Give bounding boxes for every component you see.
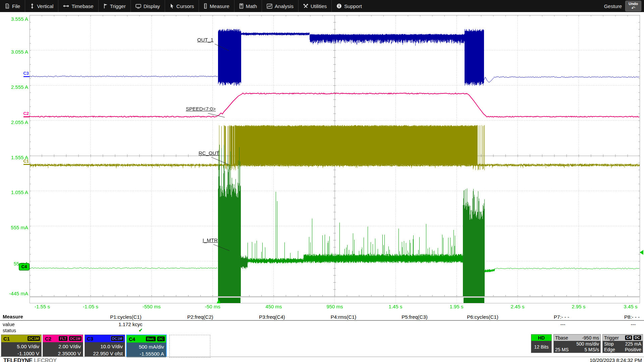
timestamp: 10/20/2023 8:24:32 PM — [590, 357, 642, 362]
timebase-settings: 500 ms/div 25 MS 5 MS/s — [554, 341, 600, 353]
cursor-pointer-icon — [170, 3, 174, 9]
x-axis-label: 450 ms — [265, 304, 282, 309]
menu-item-analysis[interactable]: Analysis — [262, 0, 298, 12]
hd-header: HD — [531, 335, 551, 341]
c1-label: C1 — [3, 336, 10, 342]
footer-divider — [0, 357, 644, 357]
logo-sub: LECROY — [34, 357, 57, 362]
c2-filter-badge: FLT — [58, 336, 67, 341]
c1-settings: 5.00 V/div -1.1000 V — [1, 342, 41, 357]
measure-header-rule — [0, 320, 644, 321]
trace-label-out1[interactable]: OUT_1 — [197, 37, 213, 43]
x-axis-label: -1.05 s — [83, 304, 98, 309]
menu-item-label: File — [12, 3, 20, 9]
c3-label: C3 — [87, 336, 93, 342]
menu-item-vertical[interactable]: Vertical — [25, 0, 58, 12]
c2-label: C2 — [45, 336, 51, 342]
channel-descriptor-c4-selected[interactable]: C4 BwL DC 500 mA/div -1.55500 A — [126, 335, 167, 357]
c1-coupling-badge: DC1M — [27, 336, 40, 341]
timebase-rate: 5 MS/s — [584, 347, 599, 353]
channel-marker-c1[interactable]: C1 — [19, 159, 29, 164]
x-axis-label: 950 ms — [326, 304, 343, 309]
menu-item-math[interactable]: Math — [234, 0, 262, 12]
menu-bar: File Vertical Timebase Trigger Display C… — [0, 0, 644, 12]
menu-item-trigger[interactable]: Trigger — [98, 0, 130, 12]
waveform-display[interactable] — [0, 0, 644, 312]
menu-item-label: Utilities — [311, 3, 327, 9]
channel-descriptor-c2[interactable]: C2 FLT DC1M 2.00 V/div 2.35000 V — [43, 335, 83, 357]
menu-item-support[interactable]: Support — [331, 0, 367, 12]
measure-col-p7[interactable]: P7:- - - — [554, 314, 569, 320]
teledyne-lecroy-logo: TELEDYNE LECROY — [3, 357, 57, 362]
undo-arrow-icon: ↶ — [631, 6, 635, 10]
menu-item-utilities[interactable]: Utilities — [298, 0, 331, 12]
c2-header: C2 FLT DC1M — [43, 335, 83, 342]
menu-item-cursors[interactable]: Cursors — [165, 0, 199, 12]
trigger-box[interactable]: Trigger C4 DC Stop 225 mA Edge Positive — [602, 334, 643, 353]
menu-item-measure[interactable]: Measure — [199, 0, 234, 12]
gesture-label: Gesture — [604, 0, 625, 12]
measure-col-p3[interactable]: P3:freq(C4) — [259, 314, 285, 320]
measure-value-p7: --- — [560, 321, 566, 327]
measure-col-p1[interactable]: P1:cycles(C1) — [110, 314, 141, 320]
menu-item-timebase[interactable]: Timebase — [58, 0, 98, 12]
timebase-box[interactable]: Tbase -950 ms 500 ms/div 25 MS 5 MS/s — [553, 334, 601, 353]
c4-settings: 500 mA/div -1.55500 A — [127, 343, 166, 357]
x-axis-label: -1.55 s — [35, 304, 50, 309]
c1-header: C1 DC1M — [1, 335, 41, 342]
menu-item-label: Vertical — [37, 3, 53, 9]
x-axis-label: 2.45 s — [511, 304, 525, 309]
measure-col-p4[interactable]: P4:rms(C1) — [331, 314, 357, 320]
trigger-mode: Stop — [604, 341, 614, 347]
trace-label-imtr[interactable]: I_MTR — [203, 237, 218, 243]
trace-label-speed[interactable]: SPEED<7:0> — [186, 106, 216, 112]
vertical-arrows-icon — [30, 3, 35, 9]
undo-button[interactable]: Undo ↶ — [625, 1, 641, 11]
c4-vdiv: 500 mA/div — [127, 343, 164, 350]
channel-marker-c3[interactable]: C3 — [19, 71, 29, 76]
trigger-header: Trigger C4 DC — [603, 335, 643, 341]
measure-col-p2[interactable]: P2:freq(C2) — [187, 314, 213, 320]
c4-offset: -1.55500 A — [127, 350, 164, 357]
c3-settings: 10.0 V/div 22.950 V ofst — [85, 342, 125, 357]
timebase-label: Tbase — [555, 335, 568, 341]
ruler-icon — [204, 3, 207, 9]
tools-icon — [303, 4, 308, 9]
y-axis-label: 3.055 A — [0, 49, 28, 55]
hd-mode-box[interactable]: HD 12 Bits — [531, 334, 552, 353]
hd-label: HD — [538, 335, 545, 341]
menu-item-label: Math — [246, 3, 257, 9]
channel-descriptor-c3[interactable]: C3 DC1M 10.0 V/div 22.950 V ofst — [85, 335, 125, 357]
empty-descriptor-slot[interactable] — [169, 335, 210, 358]
logo-brand: TELEDYNE — [3, 357, 33, 362]
trigger-type: Edge — [604, 347, 615, 353]
y-axis-label: 3.555 A — [0, 16, 28, 22]
c4-label: C4 — [129, 336, 135, 342]
channel-marker-c4-selected[interactable]: C4 — [19, 263, 30, 270]
menu-item-file[interactable]: File — [0, 0, 25, 12]
c4-header: C4 BwL DC — [127, 335, 166, 343]
c2-settings: 2.00 V/div 2.35000 V — [43, 342, 83, 357]
c3-vdiv: 10.0 V/div — [85, 343, 123, 350]
measure-status-p1-check-icon: ✔ — [139, 327, 143, 333]
measure-col-p8[interactable]: P8:- - - — [624, 314, 640, 320]
menu-item-label: Cursors — [176, 3, 194, 9]
y-axis-label: -445 mA — [0, 291, 28, 296]
trace-label-rcout[interactable]: RC_OUT — [199, 150, 219, 156]
c1-offset: -1.1000 V — [1, 350, 39, 357]
measure-col-p5[interactable]: P5:freq(C3) — [401, 314, 428, 320]
timebase-delay: -950 ms — [582, 335, 599, 341]
c3-offset: 22.950 V ofst — [85, 350, 123, 357]
channel-marker-c2[interactable]: C2 — [19, 111, 29, 116]
measure-col-p6[interactable]: P6:cycles(C1) — [467, 314, 498, 320]
c2-vdiv: 2.00 V/div — [43, 343, 81, 350]
measure-value-p1: 1.172 kcyc — [118, 321, 143, 327]
menu-item-label: Support — [344, 3, 362, 9]
channel-descriptor-c1[interactable]: C1 DC1M 5.00 V/div -1.1000 V — [1, 335, 42, 357]
menu-item-display[interactable]: Display — [130, 0, 165, 12]
menu-item-label: Measure — [210, 3, 229, 9]
c2-offset: 2.35000 V — [43, 350, 81, 357]
measure-table-title: Measure — [3, 314, 23, 319]
x-axis-label: 2.95 s — [572, 304, 586, 309]
c3-header: C3 DC1M — [85, 335, 125, 342]
